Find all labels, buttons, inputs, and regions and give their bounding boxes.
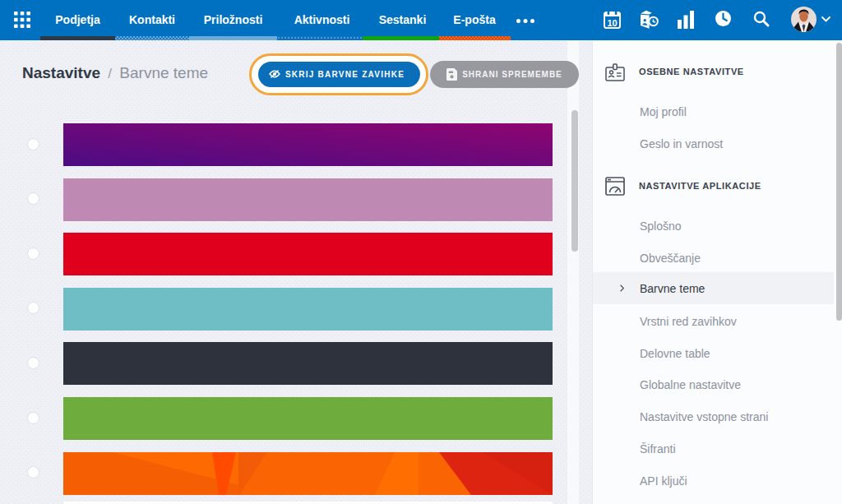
svg-text:10: 10 — [607, 18, 617, 28]
